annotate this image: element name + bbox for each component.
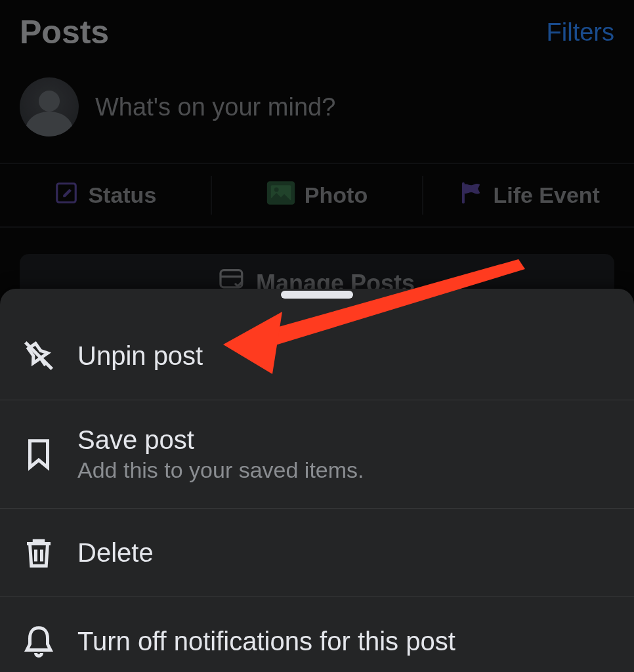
menu-item-title: Unpin post [77,341,203,371]
composer-placeholder[interactable]: What's on your mind? [95,93,335,121]
bell-icon [20,622,58,660]
tab-life-event[interactable]: Life Event [423,164,634,226]
photo-icon [266,180,295,211]
tab-status-label: Status [88,182,156,208]
avatar[interactable] [20,77,79,136]
menu-item-delete[interactable]: Delete [0,509,634,597]
menu-item-subtitle: Add this to your saved items. [77,457,364,483]
action-sheet: Unpin post Save post Add this to your sa… [0,289,634,672]
tab-life-event-label: Life Event [493,182,599,208]
divider [0,226,634,228]
screen: Posts Filters What's on your mind? Statu… [0,0,634,672]
unpin-icon [20,337,58,375]
pencil-square-icon [54,180,79,211]
composer-row[interactable]: What's on your mind? [0,64,634,163]
tab-photo[interactable]: Photo [212,164,423,226]
bookmark-icon [20,435,58,473]
menu-item-title: Delete [77,538,154,568]
menu-item-unpin[interactable]: Unpin post [0,312,634,400]
action-menu: Unpin post Save post Add this to your sa… [0,312,634,672]
menu-item-notifications-off[interactable]: Turn off notifications for this post [0,597,634,672]
flag-icon [457,180,484,211]
post-type-tabs: Status Photo Life Event [0,164,634,226]
page-title: Posts [20,13,109,51]
menu-item-save[interactable]: Save post Add this to your saved items. [0,400,634,509]
svg-point-3 [274,187,279,192]
filters-link[interactable]: Filters [547,18,614,47]
sheet-grabber[interactable] [281,291,353,299]
posts-header: Posts Filters [0,0,634,64]
menu-item-title: Turn off notifications for this post [77,627,455,656]
menu-item-title: Save post [77,425,364,455]
tab-status[interactable]: Status [0,164,211,226]
trash-icon [20,534,58,572]
tab-photo-label: Photo [305,182,368,208]
